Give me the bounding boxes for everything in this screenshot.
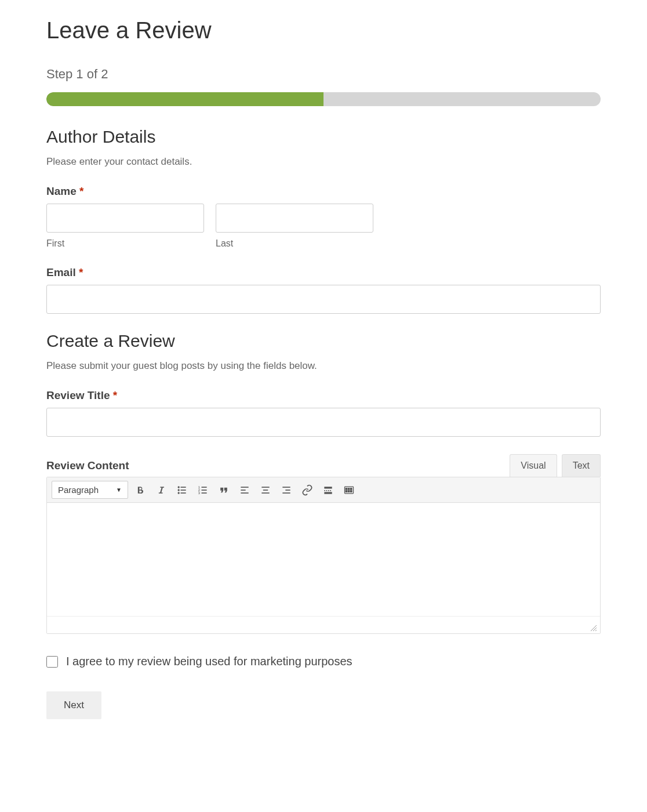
first-name-input[interactable] xyxy=(46,204,204,233)
review-content-label: Review Content xyxy=(46,459,129,472)
last-name-input[interactable] xyxy=(216,204,373,233)
email-label: Email * xyxy=(46,266,601,279)
svg-point-0 xyxy=(178,487,179,488)
tab-text[interactable]: Text xyxy=(562,454,601,477)
next-button[interactable]: Next xyxy=(46,691,101,719)
email-input[interactable] xyxy=(46,285,601,314)
first-name-sublabel: First xyxy=(46,238,204,249)
editor-toolbar: Paragraph ▼ 123 xyxy=(47,477,600,503)
svg-rect-24 xyxy=(344,487,353,494)
author-details-description: Please enter your contact details. xyxy=(46,156,601,168)
rich-text-editor: Paragraph ▼ 123 xyxy=(46,477,601,634)
svg-rect-25 xyxy=(346,488,347,490)
svg-rect-26 xyxy=(348,488,350,490)
author-details-heading: Author Details xyxy=(46,127,601,147)
svg-rect-28 xyxy=(346,490,347,492)
consent-checkbox[interactable] xyxy=(46,656,58,668)
last-name-sublabel: Last xyxy=(216,238,373,249)
required-mark: * xyxy=(79,266,83,278)
page-title: Leave a Review xyxy=(46,17,601,44)
review-title-label: Review Title * xyxy=(46,389,601,402)
step-indicator: Step 1 of 2 xyxy=(46,67,601,82)
blockquote-icon[interactable] xyxy=(217,484,230,496)
numbered-list-icon[interactable]: 123 xyxy=(197,484,209,496)
tab-visual[interactable]: Visual xyxy=(510,454,557,477)
svg-text:3: 3 xyxy=(198,491,200,494)
link-icon[interactable] xyxy=(301,484,314,496)
italic-icon[interactable] xyxy=(155,484,168,496)
svg-rect-30 xyxy=(350,490,352,492)
svg-rect-27 xyxy=(350,488,352,490)
create-review-description: Please submit your guest blog posts by u… xyxy=(46,360,601,372)
name-label: Name * xyxy=(46,185,601,198)
create-review-heading: Create a Review xyxy=(46,331,601,351)
required-mark: * xyxy=(113,389,117,401)
svg-point-4 xyxy=(178,492,179,494)
consent-label: I agree to my review being used for mark… xyxy=(66,655,352,668)
align-left-icon[interactable] xyxy=(238,484,251,496)
chevron-down-icon: ▼ xyxy=(116,487,122,493)
editor-statusbar xyxy=(47,616,600,633)
toolbar-toggle-icon[interactable] xyxy=(343,484,355,496)
required-mark: * xyxy=(79,185,83,197)
review-content-textarea[interactable] xyxy=(47,503,600,616)
align-center-icon[interactable] xyxy=(259,484,272,496)
svg-rect-21 xyxy=(324,487,332,488)
progress-bar xyxy=(46,92,601,106)
progress-fill xyxy=(46,92,324,106)
bullet-list-icon[interactable] xyxy=(176,484,188,496)
svg-point-2 xyxy=(178,490,179,491)
svg-rect-29 xyxy=(348,490,350,492)
bold-icon[interactable] xyxy=(134,484,147,496)
svg-rect-23 xyxy=(324,492,332,494)
resize-handle-icon[interactable] xyxy=(590,624,598,632)
svg-line-33 xyxy=(595,630,597,631)
review-title-input[interactable] xyxy=(46,408,601,437)
format-dropdown[interactable]: Paragraph ▼ xyxy=(52,481,128,499)
align-right-icon[interactable] xyxy=(280,484,293,496)
read-more-icon[interactable] xyxy=(322,484,335,496)
